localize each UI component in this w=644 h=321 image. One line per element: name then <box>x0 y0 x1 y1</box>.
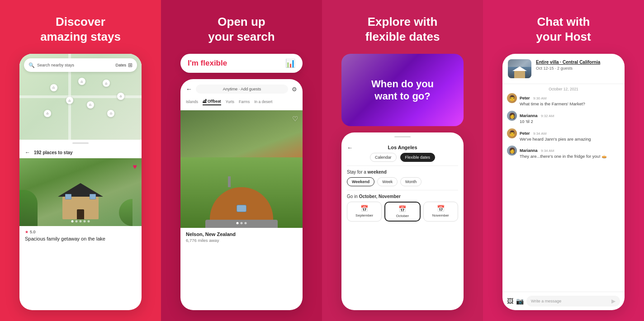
divider-line-2 <box>347 190 458 190</box>
listing-distance: 6,776 miles away <box>186 238 297 243</box>
flexible-dates-tab[interactable]: Flexible dates <box>400 153 436 162</box>
duration-week[interactable]: Week <box>377 177 398 186</box>
dot-3 <box>80 220 82 222</box>
rating-row: ★ 5.0 <box>25 230 136 234</box>
cat-tab-offbeat[interactable]: 🏕 Offbeat <box>203 99 221 105</box>
duration-month[interactable]: Month <box>400 177 421 186</box>
category-tabs: Islands 🏕 Offbeat Yurts Farms In a deser… <box>186 97 297 107</box>
listing-info-row: ← 192 places to stay <box>19 146 142 158</box>
map-area: 🔍 Search nearby stays Dates ⊞ <box>19 54 142 140</box>
listing-name: Spacious family getaway on the lake <box>25 236 136 242</box>
photo-heart-icon[interactable]: ♡ <box>292 115 298 123</box>
chat-message-4: 👩 Marianna 9:34 AM They are...there's on… <box>507 146 620 160</box>
month-september[interactable]: 📅 September <box>347 202 382 222</box>
map-pin-5 <box>87 101 94 109</box>
panel-flexible-dates: Explore with flexible dates When do you … <box>322 0 483 321</box>
listing-photo: ♡ <box>180 110 303 228</box>
cat-tab-farms[interactable]: Farms <box>239 99 250 105</box>
thumb-body <box>514 71 525 78</box>
msg-time-4: 9:34 AM <box>541 149 554 153</box>
house-illustration <box>58 188 103 219</box>
panel-4-title: Chat with your Host <box>536 14 591 44</box>
chimney <box>228 176 231 187</box>
photo-carousel-dots <box>237 222 247 224</box>
msg-text-3: We've heard Jann's pies are amazing <box>520 137 591 142</box>
map-pin-4 <box>66 97 73 104</box>
listing-details: ★ 5.0 Spacious family getaway on the lak… <box>19 226 142 245</box>
msg-content-3: Peter 9:34 AM We've heard Jann's pies ar… <box>520 128 591 142</box>
listing-preview-dates: Oct 12-15 · 2 guests <box>536 66 619 71</box>
listing-location: Nelson, New Zealand <box>186 231 297 237</box>
rating-value: 5.0 <box>30 230 36 234</box>
calendar-icon-sep: 📅 <box>360 205 368 212</box>
map-pin-8 <box>117 93 124 100</box>
photo-dot-2 <box>241 222 243 224</box>
chat-input-field[interactable]: Write a message ▶ <box>526 296 620 307</box>
panel-3-title: Explore with flexible dates <box>365 14 440 44</box>
msg-sender-2: Marianna <box>520 113 538 118</box>
search-dates-area: Dates ⊞ <box>115 62 133 68</box>
peter-avatar-face: 👨 <box>507 93 517 103</box>
avatar-peter-1: 👨 <box>507 93 517 103</box>
phone-mockup-4: Entire villa · Central California Oct 12… <box>502 54 625 310</box>
house-window-left <box>65 194 71 199</box>
farms-label: Farms <box>239 99 250 104</box>
msg-sender-1: Peter <box>520 96 530 100</box>
house-door <box>77 209 84 219</box>
msg-text-1: What time is the Farmers' Market? <box>520 101 585 107</box>
house-window-right <box>90 194 96 199</box>
msg-text-2: 10 'til 2 <box>520 119 554 125</box>
listing-count: 192 places to stay <box>34 150 73 155</box>
dot-4 <box>84 220 86 222</box>
duration-weekend[interactable]: Weekend <box>347 177 374 186</box>
cat-tab-islands[interactable]: Islands <box>186 99 198 105</box>
calendar-tab-label: Calendar <box>375 155 392 160</box>
when-text: When do you want to go? <box>371 78 434 103</box>
chat-date-divider: October 12, 2021 <box>502 84 625 93</box>
gradient-banner: When do you want to go? <box>341 54 464 126</box>
favorite-heart-icon[interactable]: ♥ <box>133 163 137 171</box>
go-month-section: Go in October, November 📅 September 📅 Oc… <box>341 194 464 225</box>
camera-tool-icon[interactable]: 📷 <box>516 297 524 305</box>
filter-icon: ⊞ <box>128 62 133 68</box>
bar-chart-icon: 📊 <box>285 58 295 68</box>
phone-mockup-1: 🔍 Search nearby stays Dates ⊞ ← 192 plac… <box>19 54 142 310</box>
image-tool-icon[interactable]: 🖼 <box>507 297 513 305</box>
nav-back-icon[interactable]: ← <box>186 85 192 93</box>
go-months: October, November <box>359 194 401 199</box>
listing-preview: Entire villa · Central California Oct 12… <box>502 54 625 84</box>
send-icon[interactable]: ▶ <box>611 298 616 304</box>
calendar-tab[interactable]: Calendar <box>370 153 397 162</box>
flexible-bar[interactable]: I'm flexible 📊 <box>180 54 303 73</box>
map-pin-1 <box>50 84 57 91</box>
cat-tab-yurts[interactable]: Yurts <box>226 99 234 105</box>
thumb-roof <box>512 66 527 71</box>
dates-label: Dates <box>115 63 126 67</box>
month-november[interactable]: 📅 November <box>423 202 458 222</box>
msg-time-3: 9:34 AM <box>533 132 546 136</box>
flexible-dates-tab-label: Flexible dates <box>405 155 431 160</box>
tree-right <box>119 199 133 226</box>
photo-dot-1 <box>237 222 239 224</box>
phone-mockup-3: ← Los Angeles Calendar Flexible dates St… <box>341 132 464 310</box>
tree-left <box>19 190 38 226</box>
panel-discover: Discover amazing stays 🔍 Search nearby s… <box>0 0 161 321</box>
listing-image: ♥ <box>19 158 142 226</box>
dates-back-icon[interactable]: ← <box>347 144 353 151</box>
msg-time-1: 9:30 AM <box>533 96 546 100</box>
phone-mockup-2: ← Anytime · Add guests ⚙ Islands 🏕 Offbe… <box>180 79 303 310</box>
back-arrow-icon[interactable]: ← <box>25 149 30 156</box>
chat-messages: 👨 Peter 9:30 AM What time is the Farmers… <box>502 93 625 292</box>
chat-message-2: 👩 Marianna 9:32 AM 10 'til 2 <box>507 111 620 125</box>
chat-message-3: 👨 Peter 9:34 AM We've heard Jann's pies … <box>507 128 620 142</box>
search-pill[interactable]: Anytime · Add guests <box>196 85 288 94</box>
offbeat-label: Offbeat <box>208 99 221 104</box>
map-search-bar[interactable]: 🔍 Search nearby stays Dates ⊞ <box>24 58 137 72</box>
msg-sender-4: Marianna <box>520 148 538 153</box>
yurts-label: Yurts <box>226 99 234 104</box>
stay-duration-section: Stay for a weekend Weekend Week Month <box>341 170 464 190</box>
month-october[interactable]: 📅 October <box>384 202 420 222</box>
divider-bar-3 <box>394 136 411 137</box>
cat-tab-desert[interactable]: In a desert <box>254 99 272 105</box>
adjust-icon[interactable]: ⚙ <box>292 86 297 93</box>
